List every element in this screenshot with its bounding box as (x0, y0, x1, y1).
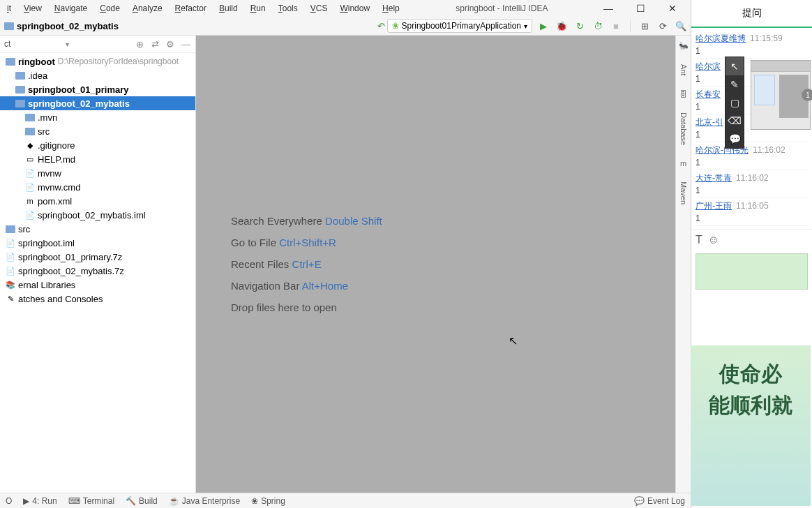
tree-row[interactable]: springboot_01_primary (0, 82, 195, 96)
tree-row[interactable]: 📄mvnw.cmd (0, 180, 195, 194)
tree-row[interactable]: 📄springboot.iml (0, 236, 195, 250)
statusbar-spring[interactable]: ❀ Spring (251, 496, 285, 506)
search-icon[interactable]: 🔍 (675, 20, 686, 31)
tree-label: .gitignore (38, 140, 75, 151)
chat-user-link[interactable]: 广州-王雨 (696, 201, 732, 211)
editor-hint: Go to File Ctrl+Shift+R (231, 237, 336, 248)
statusbar-build[interactable]: 🔨 Build (126, 496, 158, 506)
chat-user-link[interactable]: 哈尔滨 (696, 61, 721, 71)
event-log-button[interactable]: 💬 Event Log (634, 496, 685, 506)
tree-row[interactable]: 📄springboot_01_primary.7z (0, 250, 195, 264)
emoji-icon[interactable]: ☺ (708, 234, 719, 246)
tree-row[interactable]: 📚ernal Libraries (0, 278, 195, 292)
breadcrumb[interactable]: springboot_02_mybatis (4, 21, 119, 31)
editor-empty-state[interactable]: Search Everywhere Double ShiftGo to File… (196, 36, 675, 493)
maven-icon[interactable]: m (680, 159, 686, 167)
tree-row[interactable]: 📄springboot_02_mybatis.iml (0, 208, 195, 222)
menu-vcs[interactable]: VCS (305, 2, 333, 15)
spring-icon: ❀ (392, 21, 399, 31)
tree-row[interactable]: 📄mvnw (0, 166, 195, 180)
tree-row[interactable]: mpom.xml (0, 194, 195, 208)
menu-refactor[interactable]: Refactor (170, 2, 212, 15)
editor-hint: Drop files here to open (231, 301, 337, 313)
chat-user-link[interactable]: 北京-引 (696, 117, 723, 127)
menu-run[interactable]: Run (245, 2, 271, 15)
chat-body: 1 (696, 214, 808, 223)
chat-tab[interactable]: 提问 (691, 0, 812, 28)
screenshot-tool-palette[interactable]: ↖ ✎ ▢ ⌫ 💬 (725, 57, 744, 149)
window-title: springboot - IntelliJ IDEA (405, 3, 599, 13)
git-icon: ◆ (25, 141, 35, 150)
run-icon[interactable]: ▶ (538, 20, 549, 31)
tree-row[interactable]: ▭HELP.md (0, 152, 195, 166)
chevron-down-icon[interactable]: ▾ (66, 40, 69, 48)
tree-label: springboot_02_mybatis.7z (18, 266, 124, 276)
run-config-selector[interactable]: ❀ Springboot01PrimaryApplication ▾ (387, 19, 532, 33)
minimize-button[interactable]: — (599, 3, 618, 14)
file-icon: 📄 (6, 267, 15, 276)
menu-build[interactable]: Build (213, 2, 243, 15)
profile-icon[interactable]: ⏱ (592, 20, 603, 31)
menu-it[interactable]: it (1, 2, 17, 15)
debug-icon[interactable]: 🐞 (556, 20, 567, 31)
tree-row[interactable]: .idea (0, 68, 195, 82)
tree-label: atches and Consoles (18, 294, 103, 304)
collapse-icon[interactable]: — (180, 38, 191, 50)
tree-row[interactable]: 📄springboot_02_mybatis.7z (0, 264, 195, 278)
screenshot-thumbnail[interactable]: 1 (751, 60, 811, 130)
stop-icon[interactable]: ■ (610, 20, 622, 31)
menu-code[interactable]: Code (94, 2, 126, 15)
tree-row[interactable]: src (0, 124, 195, 138)
close-button[interactable]: ✕ (663, 3, 682, 14)
menu-window[interactable]: Window (334, 2, 375, 15)
menu-help[interactable]: Help (377, 2, 405, 15)
tree-row[interactable]: src (0, 222, 195, 236)
update-icon[interactable]: ⟳ (657, 20, 668, 31)
chat-message[interactable]: 广州-王雨11:16:051 (696, 198, 808, 226)
eraser-tool-icon[interactable]: ⌫ (725, 112, 744, 130)
chat-message[interactable]: 大连-常青11:16:021 (696, 170, 808, 198)
pointer-tool-icon[interactable]: ↖ (725, 57, 744, 75)
rectangle-tool-icon[interactable]: ▢ (725, 94, 744, 112)
ant-icon[interactable]: 🐜 (679, 41, 689, 50)
ant-tool-button[interactable]: Ant (679, 64, 688, 76)
tree-row[interactable]: springboot_02_mybatis (0, 96, 195, 110)
chat-message[interactable]: 哈尔滨夏维博11:15:591 (696, 31, 808, 59)
titlebar: itViewNavigateCodeAnalyzeRefactorBuildRu… (0, 0, 691, 17)
chat-tool-icon[interactable]: 💬 (725, 130, 744, 148)
file-icon: 📄 (6, 253, 15, 262)
filter-icon[interactable]: ⇄ (149, 38, 160, 50)
tree-row[interactable]: .mvn (0, 110, 195, 124)
tree-row[interactable]: ◆.gitignore (0, 138, 195, 152)
tree-label: springboot_01_primary (28, 84, 129, 95)
statusbar-terminal[interactable]: ⌨ Terminal (68, 496, 114, 506)
maven-tool-button[interactable]: Maven (679, 181, 688, 204)
menu-tools[interactable]: Tools (273, 2, 303, 15)
statusbar-o[interactable]: O (6, 496, 12, 506)
statusbar-4-run[interactable]: ▶ 4: Run (23, 496, 57, 506)
menu-analyze[interactable]: Analyze (127, 2, 168, 15)
chat-user-link[interactable]: 大连-常青 (696, 173, 732, 183)
statusbar-java-enterprise[interactable]: ☕ Java Enterprise (169, 496, 240, 506)
project-tree[interactable]: ringboot D:\RepositoryForIdea\springboot… (0, 53, 195, 493)
database-icon[interactable]: 🗄 (679, 90, 687, 98)
structure-icon[interactable]: ⊞ (639, 20, 650, 31)
pencil-tool-icon[interactable]: ✎ (725, 75, 744, 94)
chat-user-link[interactable]: 长春安 (696, 89, 721, 99)
menu-navigate[interactable]: Navigate (49, 2, 93, 15)
gear-icon[interactable]: ⚙ (165, 38, 176, 50)
maximize-button[interactable]: ☐ (631, 3, 650, 14)
tree-row[interactable]: ringboot D:\RepositoryForIdea\springboot (0, 54, 195, 68)
menu-view[interactable]: View (18, 2, 47, 15)
chat-user-link[interactable]: 哈尔滨夏维博 (696, 33, 746, 43)
chat-input[interactable] (696, 253, 808, 290)
database-tool-button[interactable]: Database (679, 112, 688, 145)
tree-row[interactable]: ✎atches and Consoles (0, 292, 195, 306)
coverage-icon[interactable]: ↻ (574, 20, 585, 31)
folder-icon (25, 128, 35, 135)
target-icon[interactable]: ⊕ (134, 38, 145, 50)
build-hammer-icon[interactable]: ↶ (376, 20, 387, 31)
thumbnail-badge: 1 (802, 89, 812, 101)
chat-message[interactable]: 哈尔滨-闫伟光11:16:021 (696, 142, 808, 170)
text-tool-icon[interactable]: T (696, 234, 702, 246)
